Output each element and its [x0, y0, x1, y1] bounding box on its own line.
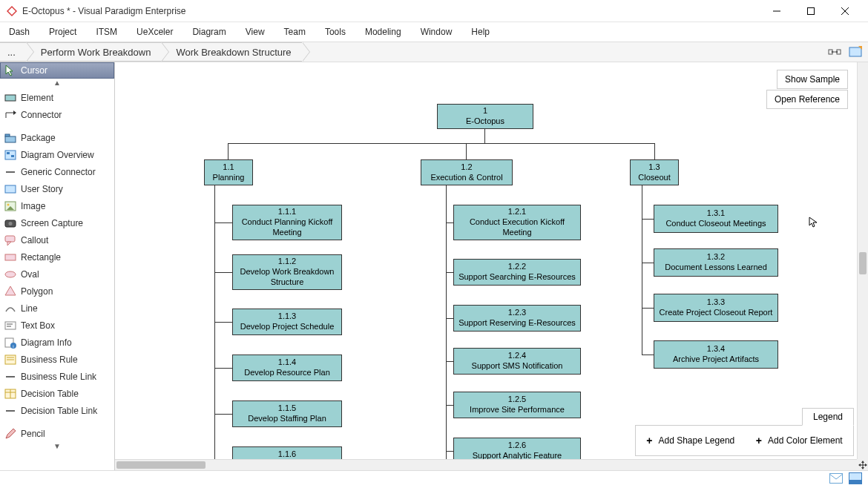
add-shape-legend-button[interactable]: +Add Shape Legend — [646, 435, 734, 446]
palette-connector[interactable]: Connector — [0, 106, 114, 123]
maximize-button[interactable] — [794, 0, 828, 22]
menu-dash[interactable]: Dash — [9, 27, 30, 37]
vertical-scrollbar-thumb[interactable] — [859, 252, 867, 274]
wbs-node-c14[interactable]: 1.1.4Develop Resource Plan — [232, 355, 342, 381]
mail-icon[interactable] — [829, 473, 843, 487]
menu-tools[interactable]: Tools — [325, 27, 346, 37]
breadcrumb-ellipsis[interactable]: ... — [0, 42, 26, 62]
wbs-node-c24[interactable]: 1.2.4Support SMS Notification — [453, 348, 581, 375]
message-panel-icon[interactable] — [849, 472, 862, 487]
diagram-overview-icon — [4, 149, 16, 161]
wbs-node-c26[interactable]: 1.2.6Support Analytic Feature — [453, 438, 581, 459]
palette-diagram-overview[interactable]: Diagram Overview — [0, 146, 114, 163]
palette-element[interactable]: Element — [0, 89, 114, 106]
wbs-node-id: 1.3.4 — [707, 344, 725, 355]
palette-line-label: Line — [21, 303, 38, 314]
palette-decision-table[interactable]: Decision Table — [0, 385, 114, 402]
palette-generic-connector[interactable]: Generic Connector — [0, 163, 114, 180]
wbs-node-c23[interactable]: 1.2.3Support Reserving E-Resources — [453, 305, 581, 332]
legend-tab[interactable]: Legend — [802, 408, 854, 426]
palette-package[interactable]: Package — [0, 129, 114, 146]
menu-uexceler[interactable]: UeXceler — [137, 27, 173, 37]
breadcrumb-current[interactable]: Work Breakdown Structure — [161, 42, 301, 62]
connector — [466, 143, 467, 159]
wbs-node-c22[interactable]: 1.2.2Support Searching E-Resources — [453, 259, 581, 286]
title-bar: E-Octopus * - Visual Paradigm Enterprise — [0, 0, 868, 22]
menu-itsm[interactable]: ITSM — [96, 27, 117, 37]
wbs-node-id: 1.2.2 — [508, 262, 526, 272]
add-shape-legend-label: Add Shape Legend — [658, 435, 734, 446]
wbs-node-c31[interactable]: 1.3.1Conduct Closeout Meetings — [654, 205, 778, 233]
diagram-options-icon[interactable] — [847, 44, 864, 60]
palette-cursor[interactable]: Cursor — [0, 62, 114, 79]
wbs-node-c32[interactable]: 1.3.2Document Lessons Learned — [654, 248, 778, 277]
add-color-element-button[interactable]: +Add Color Element — [756, 435, 843, 446]
palette-line[interactable]: Line — [0, 300, 114, 317]
palette-collapse-up[interactable]: ▲ — [0, 79, 114, 89]
palette-callout[interactable]: Callout — [0, 231, 114, 248]
wbs-node-c13[interactable]: 1.1.3Develop Project Schedule — [232, 309, 342, 335]
palette-expand-down[interactable]: ▼ — [0, 442, 114, 452]
wbs-node-planning[interactable]: 1.1 Planning — [204, 159, 253, 185]
menu-diagram[interactable]: Diagram — [192, 27, 226, 37]
menu-project[interactable]: Project — [49, 27, 76, 37]
wbs-node-root[interactable]: 1 E-Octopus — [437, 104, 533, 129]
business-rule-link-icon — [4, 371, 16, 383]
palette-business-rule-link[interactable]: Business Rule Link — [0, 368, 114, 385]
show-sample-label: Show Sample — [785, 74, 840, 85]
menu-view[interactable]: View — [246, 27, 265, 37]
diagram-canvas[interactable]: Show Sample Open Reference — [115, 62, 868, 470]
connector — [642, 185, 642, 355]
connector — [214, 272, 232, 273]
plus-icon: + — [646, 435, 652, 446]
wbs-node-c11[interactable]: 1.1.1Conduct Planning Kickoff Meeting — [232, 205, 342, 240]
wbs-node-c16[interactable]: 1.1.6Develop Budget Plan — [232, 446, 342, 459]
palette-oval[interactable]: Oval — [0, 266, 114, 283]
menu-help[interactable]: Help — [471, 27, 490, 37]
horizontal-scrollbar-thumb[interactable] — [116, 461, 206, 469]
palette-rectangle[interactable]: Rectangle — [0, 248, 114, 266]
window-title: E-Octopus * - Visual Paradigm Enterprise — [22, 6, 760, 16]
move-handle-icon[interactable] — [857, 459, 868, 470]
menu-team[interactable]: Team — [284, 27, 306, 37]
palette-diagram-info[interactable]: i Diagram Info — [0, 334, 114, 351]
wbs-node-c15[interactable]: 1.1.5Develop Staffing Plan — [232, 400, 342, 427]
pencil-icon — [4, 428, 16, 440]
palette-text-box[interactable]: Text Box — [0, 317, 114, 334]
palette-pencil[interactable]: Pencil — [0, 425, 114, 442]
horizontal-scrollbar[interactable] — [115, 459, 857, 470]
wbs-node-execution[interactable]: 1.2 Execution & Control — [421, 159, 513, 185]
svg-point-27 — [9, 222, 13, 225]
wbs-node-c12[interactable]: 1.1.2Develop Work Breakdown Structure — [232, 254, 342, 290]
palette-business-rule[interactable]: Business Rule — [0, 351, 114, 368]
wbs-node-label: Planning — [213, 173, 245, 183]
wbs-node-id: 1.1.1 — [278, 207, 296, 217]
menu-modeling[interactable]: Modeling — [365, 27, 401, 37]
wbs-node-label: Conduct Planning Kickoff Meeting — [236, 217, 338, 238]
status-bar — [0, 470, 868, 488]
connector-icon — [4, 109, 16, 121]
wbs-node-id: 1.2.3 — [508, 308, 526, 318]
menu-window[interactable]: Window — [421, 27, 453, 37]
palette-decision-table-link[interactable]: Decision Table Link — [0, 402, 114, 419]
vertical-scrollbar[interactable] — [857, 62, 868, 459]
wbs-node-closeout[interactable]: 1.3 Closeout — [630, 159, 679, 185]
minimize-button[interactable] — [760, 0, 794, 22]
wbs-node-c34[interactable]: 1.3.4Archive Project Artifacts — [654, 340, 778, 369]
user-story-icon — [4, 183, 16, 195]
palette-polygon[interactable]: Polygon — [0, 283, 114, 300]
image-icon — [4, 200, 16, 212]
close-button[interactable] — [828, 0, 862, 22]
business-rule-icon — [4, 354, 16, 366]
wbs-node-c33[interactable]: 1.3.3Create Project Closeout Report — [654, 294, 778, 322]
palette-image[interactable]: Image — [0, 197, 114, 214]
switch-view-icon[interactable] — [826, 44, 843, 60]
open-reference-button[interactable]: Open Reference — [766, 90, 848, 109]
wbs-node-c25[interactable]: 1.2.5Improve Site Performance — [453, 392, 581, 418]
wbs-node-c21[interactable]: 1.2.1Conduct Execution Kickoff Meeting — [453, 205, 581, 240]
breadcrumb-parent[interactable]: Perform Work Breakdown — [26, 42, 162, 62]
palette-screen-capture[interactable]: Screen Capture — [0, 214, 114, 231]
wbs-node-label: E-Octopus — [466, 116, 504, 127]
palette-user-story[interactable]: User Story — [0, 180, 114, 197]
show-sample-button[interactable]: Show Sample — [777, 70, 848, 89]
